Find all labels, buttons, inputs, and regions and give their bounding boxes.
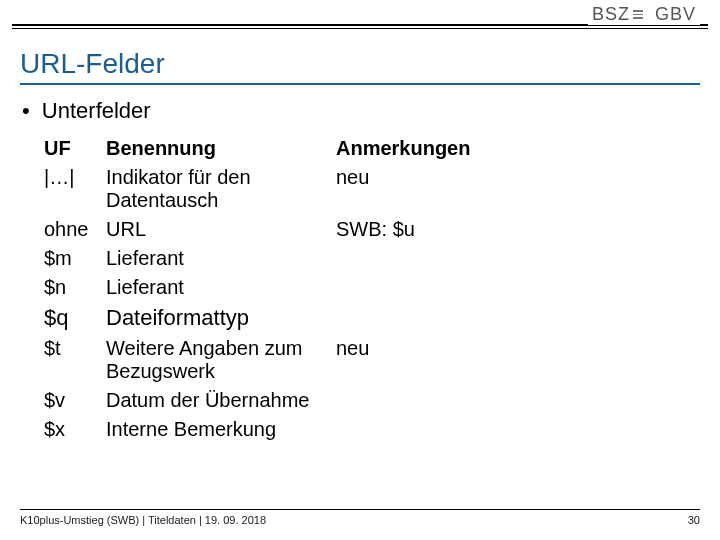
col-header-uf: UF [44, 134, 106, 163]
cell-benennung: URL [106, 215, 336, 244]
cell-uf: $q [44, 302, 106, 334]
bullet-line: • Unterfelder [22, 98, 151, 124]
logo-gbv: GBV [655, 4, 696, 25]
cell-anmerkungen: neu [336, 334, 516, 386]
logo-group: BSZ GBV [588, 4, 700, 25]
cell-benennung: Datum der Übernahme [106, 386, 336, 415]
table-row: $mLieferant [44, 244, 516, 273]
table-row: $nLieferant [44, 273, 516, 302]
logo-bsz-text: BSZ [592, 4, 630, 25]
cell-anmerkungen: neu [336, 163, 516, 215]
table-row: $xInterne Bemerkung [44, 415, 516, 444]
cell-benennung: Weitere Angaben zum Bezugswerk [106, 334, 336, 386]
cell-anmerkungen [336, 244, 516, 273]
logo-bsz: BSZ [592, 4, 643, 25]
table-row: ohneURLSWB: $u [44, 215, 516, 244]
col-header-anm: Anmerkungen [336, 134, 516, 163]
cell-benennung: Lieferant [106, 244, 336, 273]
cell-anmerkungen [336, 415, 516, 444]
logo-bars-icon [633, 10, 643, 19]
bullet-text: Unterfelder [42, 98, 151, 123]
page-number: 30 [688, 514, 700, 526]
subfields-table: UF Benennung Anmerkungen |…|Indikator fü… [44, 134, 516, 444]
cell-anmerkungen: SWB: $u [336, 215, 516, 244]
table-row: $tWeitere Angaben zum Bezugswerkneu [44, 334, 516, 386]
cell-benennung: Dateiformattyp [106, 302, 336, 334]
cell-uf: $m [44, 244, 106, 273]
bullet-dot-icon: • [22, 98, 30, 123]
table-header-row: UF Benennung Anmerkungen [44, 134, 516, 163]
col-header-ben: Benennung [106, 134, 336, 163]
cell-uf: $v [44, 386, 106, 415]
footer: K10plus-Umstieg (SWB) | Titeldaten | 19.… [20, 509, 700, 526]
cell-uf: |…| [44, 163, 106, 215]
slide-title: URL-Felder [20, 48, 700, 85]
cell-uf: $x [44, 415, 106, 444]
cell-anmerkungen [336, 386, 516, 415]
cell-anmerkungen [336, 302, 516, 334]
table-row: |…|Indikator für den Datentauschneu [44, 163, 516, 215]
cell-uf: $t [44, 334, 106, 386]
table-row: $vDatum der Übernahme [44, 386, 516, 415]
cell-uf: ohne [44, 215, 106, 244]
table-body: |…|Indikator für den DatentauschneuohneU… [44, 163, 516, 444]
cell-benennung: Indikator für den Datentausch [106, 163, 336, 215]
footer-text: K10plus-Umstieg (SWB) | Titeldaten | 19.… [20, 514, 266, 526]
header-rule-thin [12, 28, 708, 29]
cell-anmerkungen [336, 273, 516, 302]
cell-benennung: Lieferant [106, 273, 336, 302]
cell-benennung: Interne Bemerkung [106, 415, 336, 444]
table-row: $qDateiformattyp [44, 302, 516, 334]
logo-gbv-text: GBV [655, 4, 696, 25]
cell-uf: $n [44, 273, 106, 302]
